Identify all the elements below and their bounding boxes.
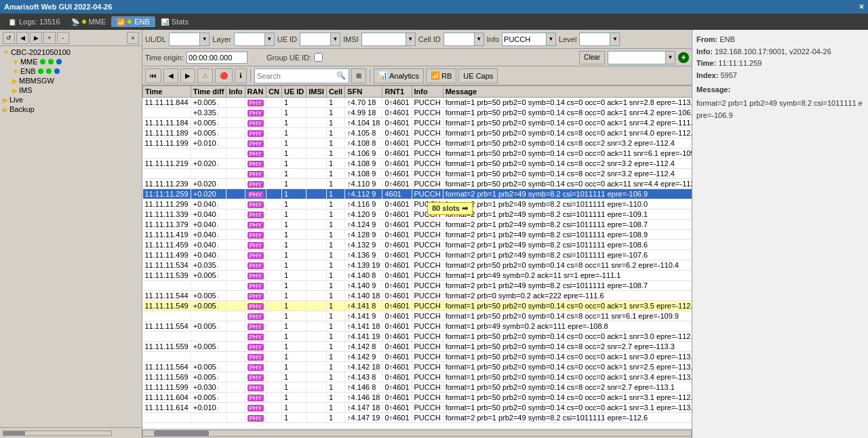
sidebar-refresh-button[interactable]: ↺ — [3, 32, 15, 44]
table-row[interactable]: 11.11.11.299 +0.040↓ PHY 1 1 ↑4.116 9 0↑… — [143, 199, 692, 210]
ul-dl-input[interactable] — [170, 33, 199, 45]
analytics-button[interactable]: 📊 Analytics — [374, 68, 424, 83]
col-message: Message — [443, 86, 692, 98]
ue-id-input[interactable] — [300, 33, 330, 45]
level-input[interactable] — [580, 33, 610, 45]
table-row[interactable]: 11.11.11.184 +0.005↓ PHY 1 1 ↑4.104 18 0… — [143, 118, 692, 128]
table-row[interactable]: 11.11.11.559 +0.005↓ PHY 1 1 ↑4.142 8 0↑… — [143, 342, 692, 352]
table-row[interactable]: PHY 1 1 ↑4.147 19 0↑4601 PUCCH format=2 … — [143, 413, 692, 423]
ue-id-dropdown[interactable]: ▼ — [300, 33, 340, 46]
info-dropdown[interactable]: ▼ — [502, 33, 556, 46]
close-button[interactable]: × — [859, 2, 864, 12]
table-row[interactable]: 11.11.11.604 +0.005↓ PHY 1 1 ↑4.146 18 0… — [143, 393, 692, 403]
cell-info2 — [226, 148, 245, 159]
tab-mme[interactable]: 📡 MME — [66, 16, 112, 27]
table-row[interactable]: 11.11.11.544 +0.005↓ PHY 1 1 ↑4.140 18 0… — [143, 291, 692, 301]
sidebar-collapse-button[interactable]: - — [57, 32, 69, 44]
extra-arrow[interactable]: ▼ — [665, 52, 675, 64]
ue-id-arrow[interactable]: ▼ — [330, 33, 340, 45]
rb-button[interactable]: 📶 RB — [426, 68, 456, 83]
cell-sfn: ↑4.140 9 — [345, 281, 382, 291]
table-row[interactable]: 11.11.11.539 +0.005↓ PHY 1 1 ↑4.140 8 0↑… — [143, 271, 692, 281]
tab-mme-label: MME — [89, 18, 106, 26]
info-arrow[interactable]: ▼ — [546, 33, 555, 45]
info-time-label: Time: — [696, 59, 716, 67]
cell-info: PUCCH — [412, 281, 443, 291]
time-origin-input[interactable] — [186, 52, 248, 64]
table-row[interactable]: 11.11.11.614 +0.010↓ PHY 1 1 ↑4.147 18 0… — [143, 403, 692, 413]
table-row[interactable]: 11.11.11.219 +0.020↓ PHY 1 1 ↑4.108 9 0↑… — [143, 159, 692, 169]
clear-button[interactable]: Clear — [579, 51, 605, 64]
cell-sfn: ↑4.112 9 — [345, 189, 382, 199]
sidebar-close-button[interactable]: × — [127, 32, 139, 44]
tab-stats[interactable]: 📊 Stats — [155, 16, 194, 27]
table-row[interactable]: 11:11:11.259 +0.020↓ PHY 1 1 ↑4.112 9 46… — [143, 189, 692, 199]
cell-id-dropdown[interactable]: ▼ — [443, 33, 484, 46]
cell-ueid: 1 — [281, 118, 306, 128]
sidebar-item-mme[interactable]: ▼ MME — [1, 57, 140, 66]
layer-input[interactable] — [235, 33, 264, 45]
table-row[interactable]: 11.11.11.339 +0.040↓ PHY 1 1 ↑4.120 9 0↑… — [143, 210, 692, 220]
grid-view-button[interactable]: ⊞ — [351, 68, 366, 83]
nav-warn-button[interactable]: ⚠ — [197, 68, 213, 83]
table-row[interactable]: PHY 1 1 ↑4.108 9 0↑4601 PUCCH format=1 p… — [143, 169, 692, 179]
table-row[interactable]: 11.11.11.599 +0.030↓ PHY 1 1 ↑4.146 8 0↑… — [143, 382, 692, 393]
sidebar-item-enb[interactable]: ▼ ENB — [1, 66, 140, 76]
sidebar-item-mbmsgw[interactable]: ▶ MBMSGW — [1, 76, 140, 85]
imsi-input[interactable] — [362, 33, 406, 45]
extra-dropdown[interactable]: ▼ — [608, 51, 675, 64]
table-row[interactable]: 11.11.11.189 +0.005↓ PHY 1 1 ↑4.105 8 0↑… — [143, 128, 692, 138]
sidebar-expand-button[interactable]: + — [43, 32, 56, 44]
nav-prev-button[interactable]: ◀ — [163, 68, 178, 83]
table-row[interactable]: 11.11.11.419 +0.040↓ PHY 1 1 ↑4.128 9 0↑… — [143, 230, 692, 240]
cell-sfn: ↑4.147 18 — [345, 403, 382, 413]
sidebar-next-button[interactable]: ▶ — [30, 32, 42, 44]
sidebar-prev-button[interactable]: ◀ — [16, 32, 28, 44]
layer-arrow[interactable]: ▼ — [264, 33, 274, 45]
search-input[interactable] — [255, 69, 336, 83]
sidebar-item-backup[interactable]: ▶ Backup — [1, 104, 140, 114]
table-row[interactable]: 11.11.11.554 +0.005↓ PHY 1 1 ↑4.141 18 0… — [143, 321, 692, 332]
layer-dropdown[interactable]: ▼ — [234, 33, 275, 46]
imsi-dropdown[interactable]: ▼ — [361, 33, 416, 46]
add-button[interactable]: + — [678, 52, 689, 63]
table-row[interactable]: PHY 1 1 ↑4.140 9 0↑4601 PUCCH format=2 p… — [143, 281, 692, 291]
table-row[interactable]: 11.11.11.549 +0.005↓ PHY 1 1 ↑4.141 8 0↑… — [143, 301, 692, 311]
table-row[interactable]: PHY 1 1 ↑4.141 9 0↑4601 PUCCH format=1 p… — [143, 311, 692, 321]
info-input[interactable] — [502, 33, 546, 45]
extra-input[interactable] — [608, 52, 665, 64]
table-row[interactable]: 11.11.11.199 +0.010↓ PHY 1 1 ↑4.108 8 0↑… — [143, 138, 692, 148]
table-row[interactable]: 11.11.11.459 +0.040↓ PHY 1 1 ↑4.132 9 0↑… — [143, 240, 692, 250]
table-row[interactable]: 11.11.11.564 +0.005↓ PHY 1 1 ↑4.142 18 0… — [143, 362, 692, 372]
table-container[interactable]: Time Time diff Info RAN CN UE ID IMSI Ce… — [142, 85, 692, 429]
level-dropdown[interactable]: ▼ — [579, 33, 620, 46]
ue-caps-button[interactable]: UE Caps — [458, 68, 498, 83]
cell-id-input[interactable] — [444, 33, 474, 45]
level-arrow[interactable]: ▼ — [610, 33, 619, 45]
table-row[interactable]: PHY 1 1 ↑4.106 9 0↑4601 PUCCH format=1 p… — [143, 148, 692, 159]
table-row[interactable]: 11.11.11.844 +0.005↓ PHY 1 1 ↑4.70 18 0↑… — [143, 98, 692, 108]
ul-dl-arrow[interactable]: ▼ — [199, 33, 209, 45]
table-row[interactable]: PHY 1 1 ↑4.141 19 0↑4601 PUCCH format=1 … — [143, 332, 692, 342]
search-box[interactable]: 🔍 — [254, 68, 349, 83]
tab-logs[interactable]: 📋 Logs: 13516 — [3, 16, 66, 27]
nav-error-button[interactable]: 🔴 — [215, 68, 233, 83]
table-row[interactable]: 11.11.11.239 +0.020↓ PHY 1 1 ↑4.110 9 0↑… — [143, 179, 692, 189]
table-row[interactable]: 11.11.11.499 +0.040↓ PHY 1 1 ↑4.136 9 0↑… — [143, 250, 692, 260]
group-ue-id-checkbox[interactable] — [314, 53, 323, 62]
table-row[interactable]: 11.11.11.379 +0.040↓ PHY 1 1 ↑4.124 9 0↑… — [143, 220, 692, 230]
table-row[interactable]: 11.11.11.534 +0.035↓ PHY 1 1 ↑4.139 19 0… — [143, 260, 692, 271]
ul-dl-dropdown[interactable]: ▼ — [169, 33, 210, 46]
table-row[interactable]: +0.335↓ PHY 1 1 ↑4.99 18 0↑4601 PUCCH fo… — [143, 108, 692, 118]
tab-enb[interactable]: 📶 ENB — [111, 16, 155, 27]
table-row[interactable]: 11.11.11.569 +0.005↓ PHY 1 1 ↑4.143 8 0↑… — [143, 372, 692, 382]
imsi-arrow[interactable]: ▼ — [406, 33, 415, 45]
nav-info-button[interactable]: ℹ — [235, 68, 247, 83]
table-row[interactable]: PHY 1 1 ↑4.142 9 0↑4601 PUCCH format=1 p… — [143, 352, 692, 362]
nav-next-button[interactable]: ▶ — [180, 68, 195, 83]
sidebar-item-live[interactable]: ▶ Live — [1, 95, 140, 104]
sidebar-item-root[interactable]: ▼ CBC-2021050100 — [1, 47, 140, 57]
cell-id-arrow[interactable]: ▼ — [474, 33, 484, 45]
nav-first-button[interactable]: ⏮ — [145, 68, 161, 83]
sidebar-item-ims[interactable]: ▶ IMS — [1, 85, 140, 95]
